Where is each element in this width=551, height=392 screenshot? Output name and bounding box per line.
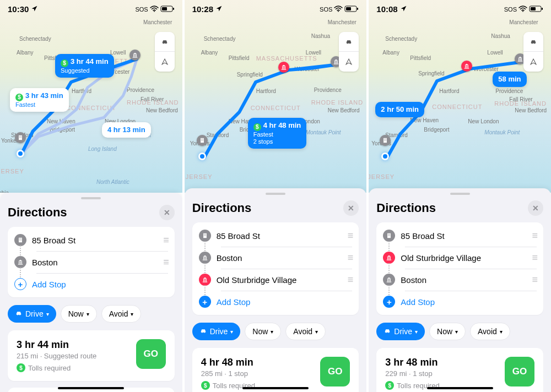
svg-rect-30 (542, 8, 543, 10)
go-button[interactable]: GO (320, 357, 350, 386)
stop-row[interactable]: 85 Broad St≡ (8, 229, 175, 251)
svg-point-14 (338, 10, 339, 12)
map[interactable]: ManchesterNashuaSchenectadyAlbanyLowellP… (369, 0, 551, 193)
stop-row[interactable]: Old Sturbridge Village≡ (192, 269, 359, 291)
sheet-grabber[interactable] (450, 193, 470, 195)
add-stop-row[interactable]: +Add Stop (376, 291, 543, 313)
sheet-grabber[interactable] (266, 193, 285, 195)
map-label: New London (468, 118, 499, 124)
stop-row[interactable]: Boston≡ (376, 269, 543, 291)
map-label: Hartford (439, 88, 459, 94)
recenter-button[interactable] (339, 52, 359, 72)
go-button[interactable]: GO (505, 357, 534, 386)
stop-row[interactable]: 85 Broad St≡ (376, 225, 543, 247)
status-time: 10:08 (376, 4, 397, 14)
reorder-handle-icon[interactable]: ≡ (532, 274, 537, 286)
route-callout[interactable]: 58 min (493, 72, 526, 87)
close-button[interactable]: ✕ (528, 200, 543, 216)
reorder-handle-icon[interactable]: ≡ (348, 230, 353, 242)
stop-icon (14, 234, 26, 246)
sheet-grabber[interactable] (81, 197, 101, 199)
reorder-handle-icon[interactable]: ≡ (163, 235, 168, 246)
map-pin-stop[interactable] (278, 62, 289, 73)
recenter-button[interactable] (155, 52, 175, 72)
map-label: Pittsfield (410, 55, 431, 61)
map-pin-start[interactable] (197, 135, 208, 146)
route-callout[interactable]: $4 hr 48 minFastest2 stops (248, 118, 307, 149)
svg-rect-36 (386, 140, 386, 140)
reorder-handle-icon[interactable]: ≡ (163, 257, 168, 268)
route-callout[interactable]: $3 hr 44 minSuggested (55, 54, 114, 78)
reorder-handle-icon[interactable]: ≡ (532, 252, 537, 264)
route-duration: 3 hr 48 min (385, 357, 439, 368)
map-label: Schenectady (385, 36, 417, 42)
add-stop-row[interactable]: +Add Stop (192, 291, 359, 313)
go-button[interactable]: GO (136, 339, 166, 369)
drive-mode-pill[interactable]: Drive▾ (8, 305, 56, 323)
stop-icon (383, 230, 395, 242)
svg-rect-23 (203, 233, 207, 238)
reorder-handle-icon[interactable]: ≡ (348, 252, 353, 264)
drive-mode-pill[interactable]: Drive▾ (192, 323, 241, 340)
directions-sheet[interactable]: Directions✕85 Broad St≡Boston≡+Add StopD… (0, 193, 182, 392)
avoid-pill[interactable]: Avoid▾ (101, 305, 142, 323)
svg-rect-33 (385, 139, 385, 139)
wifi-icon (334, 6, 343, 13)
svg-rect-10 (19, 238, 20, 239)
route-callout[interactable]: 2 hr 50 min (375, 102, 424, 117)
map[interactable]: ManchesterSchenectadyAlbanyLowellPittsfi… (0, 0, 182, 193)
home-indicator (427, 387, 493, 389)
close-button[interactable]: ✕ (343, 200, 359, 216)
stop-row[interactable]: Boston≡ (192, 247, 359, 269)
close-button[interactable]: ✕ (159, 205, 175, 220)
dollar-icon: $ (253, 123, 261, 131)
map-label: Hartford (72, 88, 91, 94)
plus-icon: + (383, 296, 395, 308)
reorder-handle-icon[interactable]: ≡ (348, 274, 353, 286)
map-label: Stamford (207, 132, 229, 138)
avoid-pill[interactable]: Avoid▾ (470, 323, 510, 340)
svg-rect-27 (205, 235, 206, 236)
tolls-required: Tolls required (17, 363, 96, 372)
add-stop-row[interactable]: +Add Stop (8, 273, 175, 295)
avoid-pill[interactable]: Avoid▾ (285, 323, 326, 340)
time-pill[interactable]: Now▾ (429, 323, 466, 340)
time-pill[interactable]: Now▾ (61, 305, 97, 323)
route-callout[interactable]: $3 hr 43 minFastest (10, 88, 69, 112)
map-label: RHODE ISLAND (494, 100, 547, 107)
directions-sheet[interactable]: Directions✕85 Broad St≡Old Sturbridge Vi… (369, 188, 551, 392)
map-pin-end[interactable] (129, 50, 141, 61)
stop-row[interactable]: Boston≡ (8, 251, 175, 273)
status-bar: 10:30SOS (0, 4, 182, 14)
svg-rect-2 (173, 8, 174, 10)
map[interactable]: ManchesterNashuaSchenectadyAlbanyLowellP… (185, 0, 367, 193)
stop-row[interactable]: Old Sturbridge Village≡ (376, 247, 543, 269)
directions-sheet[interactable]: Directions✕85 Broad St≡Boston≡Old Sturbr… (185, 188, 367, 392)
route-result-card[interactable]: 3 hr 44 min215 mi · Suggested routeTolls… (8, 330, 175, 381)
map-pin-stop[interactable] (461, 61, 472, 72)
status-bar: 10:28SOS (185, 4, 367, 14)
svg-rect-41 (390, 235, 390, 236)
location-arrow-icon (31, 4, 38, 14)
transport-mode-button[interactable] (155, 32, 175, 52)
stop-row[interactable]: 85 Broad St≡ (192, 225, 359, 247)
time-pill[interactable]: Now▾ (245, 323, 281, 340)
route-result-card[interactable]: 4 hr 48 min285 mi · 1 stopTolls required… (192, 348, 359, 392)
transport-mode-button[interactable] (339, 32, 359, 52)
status-time: 10:28 (192, 4, 213, 14)
map-pin-start[interactable] (15, 132, 26, 143)
reorder-handle-icon[interactable]: ≡ (532, 230, 537, 242)
map-label: Nashua (491, 33, 510, 39)
svg-rect-5 (19, 136, 20, 137)
car-icon (383, 327, 391, 336)
transport-mode-button[interactable] (523, 32, 543, 52)
route-callout[interactable]: 4 hr 13 min (102, 122, 151, 138)
svg-rect-17 (346, 7, 351, 10)
phone-screen-0: 10:30SOSManchesterSchenectadyAlbanyLowel… (0, 0, 185, 392)
current-location-dot (17, 150, 24, 157)
drive-mode-pill[interactable]: Drive▾ (376, 323, 425, 340)
route-result-card[interactable]: 3 hr 48 min229 mi · 1 stopTolls required… (376, 348, 543, 392)
recenter-button[interactable] (523, 52, 543, 72)
map-label: RHODE ISLAND (311, 99, 364, 106)
status-bar: 10:08SOS (369, 4, 551, 14)
